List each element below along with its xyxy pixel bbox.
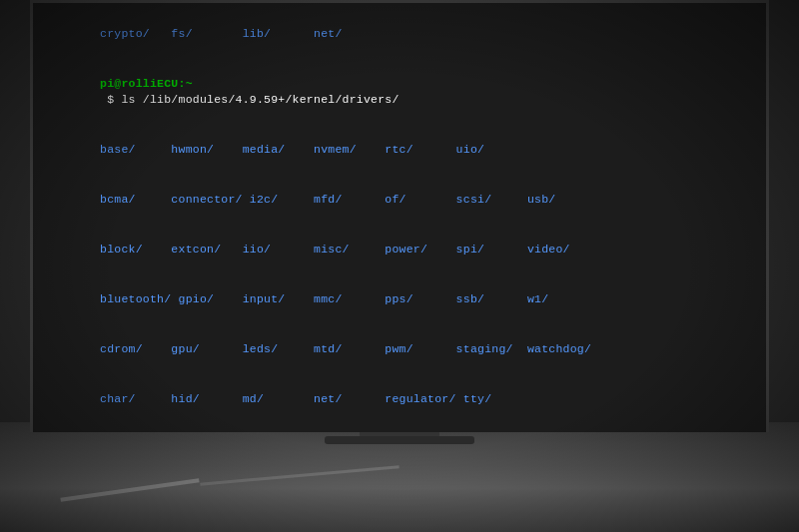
terminal-line-8: pi@rolliECU:~ $ ls /lib/modules/4.9.59+/… <box>43 425 756 432</box>
dir-listing-0: crypto/ fs/ lib/ net/ <box>100 27 342 40</box>
terminal-line-6: cdrom/ gpu/ leds/ mtd/ pwm/ staging/ wat… <box>43 325 756 375</box>
monitor-screen: crypto/ fs/ lib/ net/ pi@rolliECU:~ $ ls… <box>30 0 769 432</box>
dir-listing-5: bluetooth/ gpio/ input/ mmc/ pps/ ssb/ w… <box>100 292 548 305</box>
dir-listing-7: char/ hid/ md/ net/ regulator/ tty/ <box>100 392 491 405</box>
dir-listing-6: cdrom/ gpu/ leds/ mtd/ pwm/ staging/ wat… <box>100 342 591 355</box>
monitor-stand-base <box>325 436 474 444</box>
terminal-line-1: pi@rolliECU:~ $ ls /lib/modules/4.9.59+/… <box>43 59 756 126</box>
photo-frame: crypto/ fs/ lib/ net/ pi@rolliECU:~ $ ls… <box>0 0 799 532</box>
terminal-line-5: bluetooth/ gpio/ input/ mmc/ pps/ ssb/ w… <box>43 275 756 325</box>
dir-listing-4: block/ extcon/ iio/ misc/ power/ spi/ vi… <box>100 243 570 256</box>
terminal-window: crypto/ fs/ lib/ net/ pi@rolliECU:~ $ ls… <box>33 3 766 432</box>
command-1: $ ls /lib/modules/4.9.59+/kernel/drivers… <box>100 93 400 106</box>
road-marking-2 <box>200 465 400 485</box>
terminal-line-2: base/ hwmon/ media/ nvmem/ rtc/ uio/ <box>43 126 756 176</box>
terminal-line-3: bcma/ connector/ i2c/ mfd/ of/ scsi/ usb… <box>43 176 756 226</box>
prompt-1: pi@rolliECU:~ <box>100 77 193 90</box>
terminal-line-0: crypto/ fs/ lib/ net/ <box>43 9 756 59</box>
terminal-line-4: block/ extcon/ iio/ misc/ power/ spi/ vi… <box>43 226 756 275</box>
road-marking-1 <box>60 478 199 501</box>
dir-listing-2: base/ hwmon/ media/ nvmem/ rtc/ uio/ <box>100 143 484 156</box>
dir-listing-3: bcma/ connector/ i2c/ mfd/ of/ scsi/ usb… <box>100 193 555 206</box>
terminal-line-7: char/ hid/ md/ net/ regulator/ tty/ <box>43 375 756 425</box>
